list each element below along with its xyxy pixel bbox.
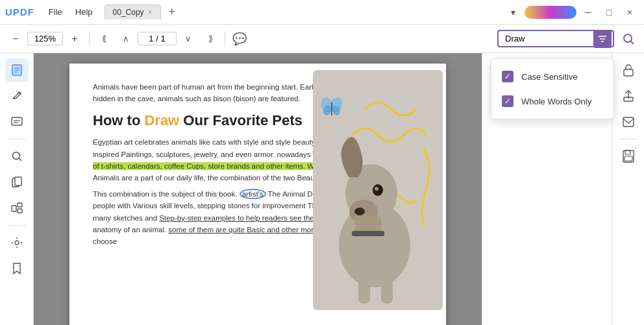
heading-rest: Our Favorite Pets bbox=[179, 112, 303, 128]
email-icon bbox=[623, 117, 634, 127]
tab-overflow-btn[interactable]: ▾ bbox=[504, 3, 522, 21]
filter-dropdown: ✓ Case Sensitive ✓ Whole Words Only bbox=[491, 58, 614, 119]
toolbar-separator-1 bbox=[89, 31, 90, 47]
sidebar-item-organize[interactable] bbox=[5, 197, 29, 220]
sidebar-item-reader[interactable] bbox=[5, 58, 29, 82]
svg-rect-39 bbox=[623, 117, 634, 126]
toolbar-separator-2 bbox=[225, 31, 225, 47]
page-input[interactable]: 1 / 1 bbox=[138, 32, 177, 45]
svg-rect-42 bbox=[625, 156, 632, 161]
search-box bbox=[497, 30, 614, 47]
case-sensitive-option[interactable]: ✓ Case Sensitive bbox=[491, 64, 613, 89]
tab-label: 00_Copy bbox=[113, 8, 144, 17]
sidebar-item-edit[interactable] bbox=[5, 84, 29, 108]
highlight-blue-artist: artist's bbox=[240, 189, 266, 199]
sidebar-item-search[interactable] bbox=[5, 145, 29, 168]
svg-rect-36 bbox=[381, 271, 393, 304]
tab-add-icon[interactable]: + bbox=[165, 5, 180, 19]
dog-svg bbox=[313, 115, 443, 310]
nav-next-btn[interactable]: ∨ bbox=[178, 29, 199, 49]
right-sidebar-email[interactable] bbox=[617, 110, 640, 134]
right-sep-1 bbox=[619, 139, 638, 139]
zoom-in-btn[interactable]: + bbox=[64, 29, 85, 49]
dog-illustration-area bbox=[306, 64, 446, 310]
svg-rect-11 bbox=[12, 117, 22, 125]
svg-line-15 bbox=[19, 158, 21, 161]
sidebar-item-tools[interactable] bbox=[5, 231, 29, 254]
close-btn[interactable]: × bbox=[621, 3, 639, 21]
svg-rect-19 bbox=[18, 203, 22, 207]
menu-file[interactable]: File bbox=[42, 5, 69, 19]
svg-point-21 bbox=[15, 241, 19, 245]
search-filter-btn[interactable] bbox=[593, 30, 612, 48]
search-icon-btn[interactable] bbox=[618, 29, 639, 49]
menu-help[interactable]: Help bbox=[69, 5, 99, 19]
heading-plain: How to bbox=[93, 112, 144, 128]
tab-close-icon[interactable]: × bbox=[148, 8, 153, 16]
toolbar: − 125% + ⟪ ∧ 1 / 1 ∨ ⟫ 💬 ✓ Case Sensitiv… bbox=[0, 25, 644, 53]
sidebar-sep-2 bbox=[8, 225, 26, 226]
sidebar-search-icon bbox=[10, 150, 23, 163]
organize-icon bbox=[10, 202, 23, 215]
search-area: ✓ Case Sensitive ✓ Whole Words Only bbox=[497, 30, 614, 47]
pdf-area[interactable]: Animals have been part of human art from… bbox=[34, 53, 482, 325]
svg-rect-34 bbox=[352, 231, 384, 236]
tab-document[interactable]: 00_Copy × bbox=[105, 5, 161, 19]
svg-rect-18 bbox=[12, 206, 16, 211]
svg-point-31 bbox=[375, 187, 378, 191]
annotate-icon bbox=[10, 115, 23, 128]
case-sensitive-checkbox[interactable]: ✓ bbox=[502, 71, 514, 82]
whole-words-label: Whole Words Only bbox=[521, 97, 591, 106]
svg-rect-35 bbox=[358, 271, 370, 304]
filter-icon bbox=[597, 34, 608, 44]
whole-words-option[interactable]: ✓ Whole Words Only bbox=[491, 89, 613, 114]
reader-icon bbox=[10, 64, 23, 77]
tabs-area: 00_Copy × + ▾ ─ □ × bbox=[105, 3, 639, 21]
pdf-page: Animals have been part of human art from… bbox=[69, 64, 446, 325]
whole-words-checkbox[interactable]: ✓ bbox=[502, 95, 514, 107]
svg-point-32 bbox=[354, 208, 365, 215]
right-sidebar-share[interactable] bbox=[617, 84, 640, 108]
svg-point-14 bbox=[12, 152, 19, 160]
right-sidebar bbox=[612, 53, 644, 325]
svg-rect-37 bbox=[624, 69, 633, 76]
tab-overflow: ▾ ─ □ × bbox=[504, 3, 639, 21]
svg-line-4 bbox=[631, 41, 634, 44]
dog-bg bbox=[313, 70, 443, 310]
tools-icon bbox=[10, 236, 23, 249]
nav-prev-btn[interactable]: ∧ bbox=[116, 29, 136, 49]
brand-logo: UPDF bbox=[5, 6, 34, 18]
sidebar-item-annotate[interactable] bbox=[5, 110, 29, 134]
case-sensitive-label: Case Sensitive bbox=[521, 72, 578, 82]
svg-point-3 bbox=[624, 34, 632, 42]
left-sidebar bbox=[0, 53, 34, 325]
minimize-btn[interactable]: ─ bbox=[579, 3, 597, 21]
maximize-btn[interactable]: □ bbox=[600, 3, 618, 21]
zoom-out-icon: − bbox=[12, 33, 18, 45]
sidebar-sep-1 bbox=[8, 139, 26, 139]
color-bar bbox=[525, 6, 576, 19]
nav-first-btn[interactable]: ⟪ bbox=[93, 29, 114, 49]
zoom-out-btn[interactable]: − bbox=[5, 29, 26, 49]
save-icon bbox=[623, 150, 634, 163]
pages-icon bbox=[10, 176, 23, 189]
heading-draw: Draw bbox=[144, 112, 179, 128]
svg-rect-20 bbox=[18, 209, 22, 213]
sidebar-item-bookmark[interactable] bbox=[5, 257, 29, 280]
sidebar-item-pages[interactable] bbox=[5, 171, 29, 194]
nav-last-btn[interactable]: ⟫ bbox=[200, 29, 221, 49]
bookmark-icon bbox=[10, 262, 23, 275]
svg-rect-17 bbox=[15, 177, 21, 186]
edit-icon bbox=[10, 90, 23, 102]
right-sidebar-save[interactable] bbox=[617, 145, 640, 168]
top-bar: UPDF File Help 00_Copy × + ▾ ─ □ × bbox=[0, 0, 644, 25]
right-sidebar-lock[interactable] bbox=[617, 58, 640, 82]
share-icon bbox=[623, 90, 634, 102]
lock-icon bbox=[623, 64, 634, 77]
svg-rect-41 bbox=[625, 150, 630, 154]
zoom-in-icon: + bbox=[71, 33, 77, 45]
search-icon bbox=[622, 32, 635, 45]
zoom-value[interactable]: 125% bbox=[27, 32, 63, 45]
comment-view-btn[interactable]: 💬 bbox=[229, 29, 250, 49]
